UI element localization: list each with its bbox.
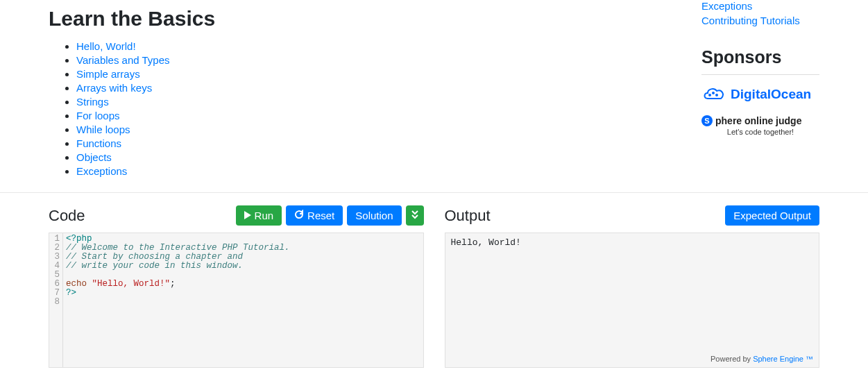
refresh-icon [294,210,304,221]
solution-button-label: Solution [355,210,393,221]
link-functions[interactable]: Functions [76,137,121,149]
sponsor-sphere[interactable]: S phere online judge Let's code together… [701,115,819,136]
link-while-loops[interactable]: While loops [76,124,130,135]
output-box: Hello, World! Powered by Sphere Engine ™ [445,232,820,368]
link-variables-types[interactable]: Variables and Types [76,54,170,66]
link-strings[interactable]: Strings [76,96,109,108]
code-area[interactable]: <?php // Welcome to the Interactive PHP … [63,233,423,367]
sponsor-sphere-label: phere online judge [715,115,801,126]
svg-point-0 [709,94,710,96]
code-editor[interactable]: 12345678 <?php // Welcome to the Interac… [49,232,424,368]
line-gutter: 12345678 [49,233,63,367]
list-item: Hello, World! [76,40,681,52]
list-item: Objects [76,151,681,163]
sidebar-link-contributing[interactable]: Contributing Tutorials [701,15,819,26]
sponsor-digitalocean[interactable]: DigitalOcean [701,85,819,104]
link-arrays-keys[interactable]: Arrays with keys [76,82,152,94]
list-item: Functions [76,137,681,149]
play-icon [244,210,251,221]
sphere-s-icon: S [701,115,713,126]
expected-output-label: Expected Output [733,210,811,221]
run-button-label: Run [255,210,274,221]
solution-button[interactable]: Solution [347,205,401,226]
svg-point-1 [713,92,714,94]
expand-button[interactable] [406,205,424,226]
sidebar-link-exceptions[interactable]: Exceptions [701,0,819,12]
code-panel-title: Code [49,207,85,225]
reset-button-label: Reset [307,210,334,221]
output-text: Hello, World! [451,237,521,248]
list-item: For loops [76,110,681,121]
basics-list: Hello, World! Variables and Types Simple… [49,40,681,177]
link-hello-world[interactable]: Hello, World! [76,40,136,52]
list-item: Strings [76,96,681,108]
sphere-engine-link[interactable]: Sphere Engine ™ [753,355,813,363]
link-for-loops[interactable]: For loops [76,110,120,121]
powered-by: Powered by Sphere Engine ™ [710,355,813,363]
list-item: Exceptions [76,165,681,177]
link-exceptions[interactable]: Exceptions [76,165,127,177]
run-button[interactable]: Run [236,205,282,226]
output-panel-title: Output [445,207,491,225]
link-simple-arrays[interactable]: Simple arrays [76,68,140,80]
chevrons-down-icon [411,210,418,221]
link-objects[interactable]: Objects [76,151,112,163]
list-item: Variables and Types [76,54,681,66]
list-item: Simple arrays [76,68,681,80]
sponsor-sphere-tagline: Let's code together! [701,128,819,136]
cloud-icon [701,85,726,104]
list-item: Arrays with keys [76,82,681,94]
sponsors-heading: Sponsors [701,47,819,75]
sponsor-digitalocean-label: DigitalOcean [731,87,811,102]
expected-output-button[interactable]: Expected Output [725,205,819,226]
page-heading: Learn the Basics [49,7,681,31]
list-item: While loops [76,124,681,135]
reset-button[interactable]: Reset [286,205,343,226]
svg-point-2 [716,94,717,96]
